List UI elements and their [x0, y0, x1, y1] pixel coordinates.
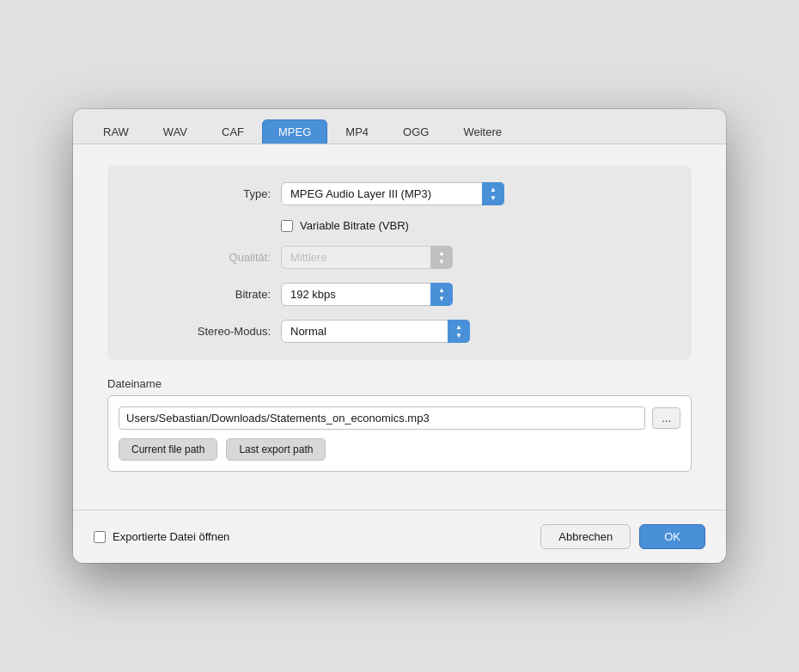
cancel-button[interactable]: Abbrechen — [540, 524, 631, 549]
type-select[interactable]: MPEG Audio Layer III (MP3) — [281, 182, 504, 205]
ok-button[interactable]: OK — [639, 524, 705, 549]
footer-right: Abbrechen OK — [540, 524, 705, 549]
export-dialog: RAW WAV CAF MPEG MP4 OGG Weitere Type: M… — [73, 109, 726, 563]
type-select-wrapper: MPEG Audio Layer III (MP3) ▲ ▼ — [281, 182, 504, 205]
dateiname-label: Dateiname — [107, 377, 692, 390]
type-row: Type: MPEG Audio Layer III (MP3) ▲ ▼ — [133, 182, 666, 205]
dialog-footer: Exportierte Datei öffnen Abbrechen OK — [73, 510, 726, 563]
bitrate-select[interactable]: 192 kbps 128 kbps 256 kbps 320 kbps — [281, 283, 453, 306]
bitrate-row: Bitrate: 192 kbps 128 kbps 256 kbps 320 … — [133, 283, 666, 306]
footer-left: Exportierte Datei öffnen — [94, 530, 229, 543]
format-settings: Type: MPEG Audio Layer III (MP3) ▲ ▼ Var… — [107, 165, 692, 360]
bitrate-label: Bitrate: — [133, 288, 271, 301]
tab-ogg[interactable]: OGG — [387, 119, 445, 144]
tab-caf[interactable]: CAF — [205, 119, 260, 144]
open-file-label[interactable]: Exportierte Datei öffnen — [113, 530, 229, 543]
stereo-select-wrapper: Normal Joint Stereo Dual Channel Mono ▲ … — [281, 320, 470, 343]
file-path-input[interactable] — [119, 406, 645, 430]
qualitaet-label: Qualität: — [133, 251, 271, 264]
dateiname-section: Dateiname ... Current file path Last exp… — [107, 377, 692, 472]
vbr-label[interactable]: Variable Bitrate (VBR) — [300, 219, 409, 232]
qualitaet-select-wrapper: Mittlere ▲ ▼ — [281, 246, 453, 269]
open-file-checkbox[interactable] — [94, 531, 106, 543]
file-path-row: ... — [119, 406, 680, 430]
tab-wav[interactable]: WAV — [147, 119, 204, 144]
dialog-content: Type: MPEG Audio Layer III (MP3) ▲ ▼ Var… — [73, 144, 726, 510]
stereo-row: Stereo-Modus: Normal Joint Stereo Dual C… — [133, 320, 666, 343]
tab-bar: RAW WAV CAF MPEG MP4 OGG Weitere — [73, 109, 726, 144]
type-label: Type: — [133, 187, 271, 200]
tab-weitere[interactable]: Weitere — [447, 119, 518, 144]
browse-button[interactable]: ... — [652, 407, 680, 429]
vbr-checkbox[interactable] — [281, 220, 293, 232]
qualitaet-select[interactable]: Mittlere — [281, 246, 453, 269]
tab-raw[interactable]: RAW — [87, 119, 145, 144]
qualitaet-row: Qualität: Mittlere ▲ ▼ — [133, 246, 666, 269]
dateiname-box: ... Current file path Last export path — [107, 395, 692, 472]
path-buttons: Current file path Last export path — [119, 438, 680, 461]
tab-mp4[interactable]: MP4 — [329, 119, 385, 144]
last-export-path-button[interactable]: Last export path — [226, 438, 326, 461]
vbr-row: Variable Bitrate (VBR) — [281, 219, 666, 232]
bitrate-select-wrapper: 192 kbps 128 kbps 256 kbps 320 kbps ▲ ▼ — [281, 283, 453, 306]
tab-mpeg[interactable]: MPEG — [262, 119, 327, 144]
stereo-label: Stereo-Modus: — [133, 325, 271, 338]
stereo-select[interactable]: Normal Joint Stereo Dual Channel Mono — [281, 320, 470, 343]
current-file-path-button[interactable]: Current file path — [119, 438, 217, 461]
